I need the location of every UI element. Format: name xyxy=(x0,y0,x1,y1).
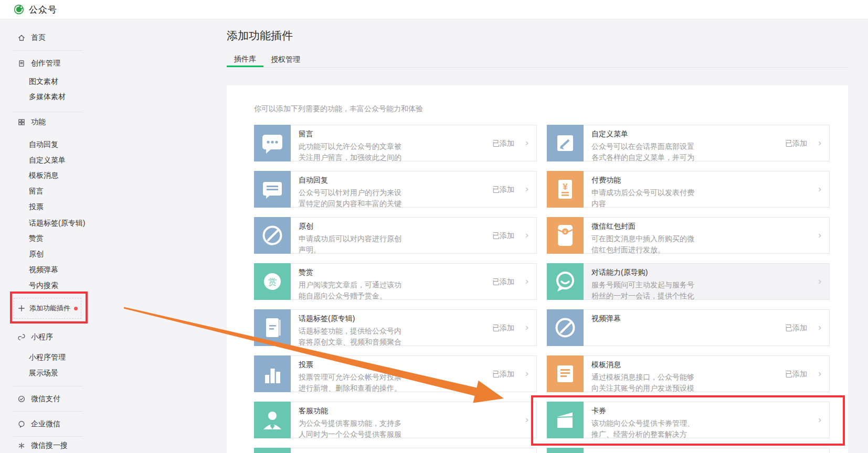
plugin-card-paid-content[interactable]: 付费功能申请成功后公众号可以发表付费 内容› xyxy=(547,171,830,208)
sidebar-item-media-assets[interactable]: 多媒体素材 xyxy=(29,93,66,101)
plugin-card-card-coupon[interactable]: 卡券该功能向公众号提供卡券管理、 推广、经营分析的整套解决方› xyxy=(547,402,830,438)
plugin-card-description: 服务号顾问可主动发起与服务号 粉丝的一对一会话，提供个性化 xyxy=(591,279,694,301)
chevron-right-icon: › xyxy=(818,368,821,379)
added-badge: 已添加 xyxy=(492,370,514,379)
red-packet-icon xyxy=(547,217,584,254)
notification-dot xyxy=(74,307,78,310)
sidebar-item-in-account-search[interactable]: 号内搜索 xyxy=(29,282,58,290)
added-badge: 已添加 xyxy=(785,370,807,379)
plugin-card-topic-tag[interactable]: 话题标签(原专辑)话题标签功能，提供给公众号内 容将原创文章、视频和音频聚合已添… xyxy=(254,309,537,346)
plugin-card-chat-capability[interactable]: 对话能力(原导购)服务号顾问可主动发起与服务号 粉丝的一对一会话，提供个性化› xyxy=(547,263,830,300)
document-icon xyxy=(17,59,26,68)
plugin-card-comment[interactable]: 留言此功能可以允许公众号的文章被 关注用户留言，加强彼此之间的已添加› xyxy=(254,125,537,161)
plugin-card-description: 可在图文消息中插入所购买的微 信红包封面进行发放。 xyxy=(591,233,694,255)
intro-text: 你可以添加下列需要的功能，丰富公众号能力和体验 xyxy=(254,104,423,114)
sidebar-item-reward[interactable]: 赞赏 xyxy=(29,234,44,243)
sidebar-item-vote[interactable]: 投票 xyxy=(29,203,44,211)
sidebar-item-mp-scene[interactable]: 展示场景 xyxy=(29,369,58,378)
plugin-card-template-message[interactable]: 模板消息通过模板消息接口，公众号能够 向关注其账号的用户发送预设模已添加› xyxy=(547,355,830,392)
chevron-right-icon: › xyxy=(818,275,821,287)
plugin-card-title: 客服功能 xyxy=(299,406,328,416)
plugin-card-custom-menu[interactable]: 自定义菜单公众号可以在会话界面底部设置 各式各样的自定义菜单，并可为已添加› xyxy=(547,125,830,161)
template-doc-icon xyxy=(547,355,584,392)
sidebar-item-label: 微信支付 xyxy=(31,394,60,404)
added-badge: 已添加 xyxy=(492,277,514,287)
plugin-card-customer-service[interactable]: 客服功能为公众号提供客服功能，支持多 人同时为一个公众号提供客服服› xyxy=(254,402,537,438)
tabs-row: 插件库授权管理 xyxy=(227,52,848,68)
grid-icon xyxy=(17,118,26,126)
chevron-right-icon: › xyxy=(525,229,528,241)
plugin-card-vote[interactable]: 投票投票管理可允许公众帐号对投票 进行新增、删除和查看的操作。已添加› xyxy=(254,355,537,392)
chevron-right-icon: › xyxy=(525,321,528,333)
plugin-card-video-danmaku[interactable]: 视频弹幕已添加› xyxy=(547,309,830,346)
miniprogram-icon xyxy=(17,333,26,341)
plugin-card-description: 申请成功后公众号可以发表付费 内容 xyxy=(591,187,694,209)
sidebar-item-video-danmaku[interactable]: 视频弹幕 xyxy=(29,266,58,274)
sidebar-divider xyxy=(13,112,83,112)
sidebar-item-wechat-pay[interactable]: 微信支付 xyxy=(17,395,60,403)
sidebar-item-label: 首页 xyxy=(31,33,46,42)
sidebar-item-article-assets[interactable]: 图文素材 xyxy=(29,78,58,86)
plugin-card-title: 微信红包封面 xyxy=(591,222,636,231)
sidebar-item-topic-tag[interactable]: 话题标签(原专辑) xyxy=(29,219,85,228)
sidebar-item-label: 留言 xyxy=(29,187,44,196)
plugin-card-red-packet-cover[interactable]: 微信红包封面可在图文消息中插入所购买的微 信红包封面进行发放。› xyxy=(547,217,830,254)
sidebar-item-label: 模板消息 xyxy=(29,171,58,180)
card-coupon-icon xyxy=(547,402,584,438)
home-icon xyxy=(17,34,26,42)
plugin-card-description: 公众号可以在会话界面底部设置 各式各样的自定义菜单，并可为 xyxy=(591,141,694,163)
sidebar-item-label: 功能 xyxy=(31,117,46,127)
chevron-right-icon: › xyxy=(525,275,528,287)
plugin-card-title: 付费功能 xyxy=(591,176,621,185)
plugin-card-title: 模板消息 xyxy=(591,360,621,370)
tab-authorization[interactable]: 授权管理 xyxy=(263,52,308,67)
plugin-card-description: 公众号可以针对用户的行为来设 置特定的回复内容和丰富的关键 xyxy=(299,187,401,209)
comment-bubble-icon xyxy=(254,125,291,161)
sidebar-item-original[interactable]: 原创 xyxy=(29,250,44,258)
chevron-right-icon: › xyxy=(818,321,821,333)
top-header: 公众号 xyxy=(0,0,868,19)
plugin-card-partial-right[interactable] xyxy=(547,448,830,453)
vote-bars-icon xyxy=(254,355,291,392)
sidebar-item-mp-manage[interactable]: 小程序管理 xyxy=(29,353,66,362)
plugin-card-auto-reply[interactable]: 自动回复公众号可以针对用户的行为来设 置特定的回复内容和丰富的关键已添加› xyxy=(254,171,537,208)
sidebar-item-creation[interactable]: 创作管理 xyxy=(17,59,60,68)
plugin-card-title: 赞赏 xyxy=(299,268,313,277)
sidebar-item-home[interactable]: 首页 xyxy=(17,34,46,42)
reward-circle-icon xyxy=(254,263,291,300)
tab-plugin-library[interactable]: 插件库 xyxy=(227,52,263,67)
chevron-right-icon: › xyxy=(525,368,528,379)
sidebar-item-wechat-search[interactable]: 微信搜一搜 xyxy=(17,441,68,450)
sidebar-item-comment[interactable]: 留言 xyxy=(29,187,44,196)
sidebar-item-features[interactable]: 功能 xyxy=(17,118,46,126)
plugin-card-title: 视频弹幕 xyxy=(591,314,621,323)
sidebar-item-template-msg[interactable]: 模板消息 xyxy=(29,171,58,180)
paid-doc-icon xyxy=(547,171,584,208)
plugin-card-description: 申请成功后可以对内容进行原创 声明。 xyxy=(299,233,401,255)
sidebar-item-label: 小程序 xyxy=(31,332,53,342)
sidebar-add-plugin-button[interactable]: 添加功能插件 xyxy=(14,298,81,319)
sidebar-item-label: 创作管理 xyxy=(31,59,60,68)
chevron-right-icon: › xyxy=(818,229,821,241)
added-badge: 已添加 xyxy=(492,323,514,333)
plugin-card-title: 投票 xyxy=(299,360,313,370)
sidebar-item-miniprogram[interactable]: 小程序 xyxy=(17,333,53,341)
plugin-card-partial-left[interactable] xyxy=(254,448,537,453)
plugin-card-original[interactable]: 原创申请成功后可以对内容进行原创 声明。已添加› xyxy=(254,217,537,254)
reply-bubble-icon xyxy=(254,171,291,208)
wechat-official-account-logo-icon xyxy=(14,4,24,15)
plugin-card-title: 留言 xyxy=(299,130,313,139)
plugin-card-description: 投票管理可允许公众帐号对投票 进行新增、删除和查看的操作。 xyxy=(299,372,401,394)
service-person-icon xyxy=(254,402,291,438)
search-sparkle-icon xyxy=(17,441,26,450)
sidebar-item-label: 展示场景 xyxy=(29,369,58,378)
sidebar-item-auto-reply[interactable]: 自动回复 xyxy=(29,141,58,149)
added-badge: 已添加 xyxy=(492,185,514,195)
plugin-card-description: 用户阅读完文章后，可通过该功 能自愿向公众号赠予赏金。 xyxy=(299,279,401,301)
sidebar-item-label: 微信搜一搜 xyxy=(31,441,68,450)
plugin-card-reward[interactable]: 赞赏用户阅读完文章后，可通过该功 能自愿向公众号赠予赏金。已添加› xyxy=(254,263,537,300)
sidebar-item-custom-menu[interactable]: 自定义菜单 xyxy=(29,156,66,165)
chevron-right-icon: › xyxy=(818,183,821,195)
sidebar-item-work-wechat[interactable]: 企业微信 xyxy=(17,420,60,428)
blank-icon xyxy=(254,448,291,453)
